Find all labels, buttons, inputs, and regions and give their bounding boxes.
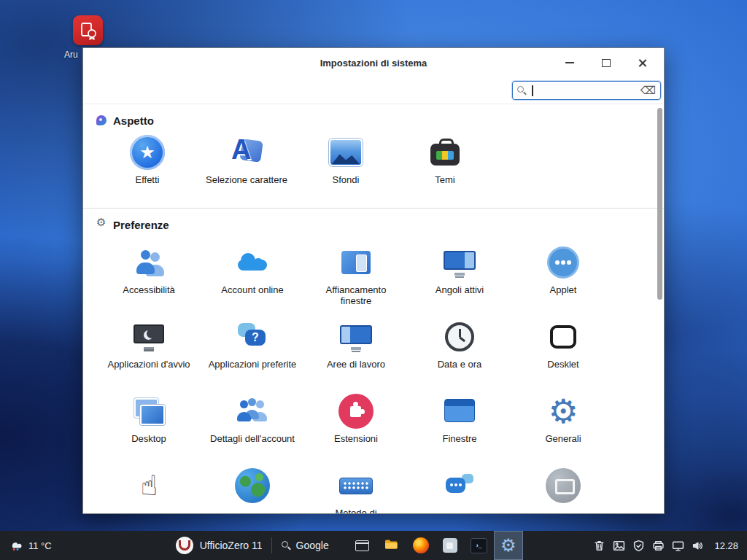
- minimize-button[interactable]: [559, 53, 581, 72]
- ufficiozero-logo-icon: [176, 537, 193, 554]
- tile-label: Estensioni: [309, 433, 403, 444]
- preferences-section-icon: [96, 219, 107, 230]
- tile-applicazioni-avvio[interactable]: Applicazioni d'avvio: [97, 319, 201, 394]
- weather-temp: 11 °C: [28, 540, 52, 551]
- tile-notifiche[interactable]: [408, 468, 511, 513]
- tile-salvaschermo[interactable]: [511, 468, 615, 513]
- applets-icon: [546, 245, 581, 280]
- clear-search-button[interactable]: [640, 84, 656, 97]
- trash-icon[interactable]: [593, 540, 605, 552]
- section-title: Preferenze: [113, 219, 169, 231]
- tile-data-e-ora[interactable]: Data e ora: [408, 319, 511, 394]
- tile-label: Desktop: [102, 433, 196, 444]
- tile-lingue[interactable]: [201, 468, 304, 513]
- date-time-icon: [442, 319, 477, 354]
- workspaces-icon: [338, 319, 374, 354]
- taskbar-clock[interactable]: 12.28: [714, 540, 738, 551]
- tile-temi[interactable]: Temi: [395, 135, 495, 189]
- tile-label: Aree di lavoro: [309, 359, 403, 370]
- keyboard-icon: [338, 468, 374, 503]
- aspetto-grid: Effetti Selezione carattere Sfondi Temi: [98, 135, 664, 189]
- tile-aree-di-lavoro[interactable]: Aree di lavoro: [304, 319, 408, 394]
- tile-generali[interactable]: Generali: [511, 394, 615, 468]
- tile-desklet[interactable]: Desklet: [511, 319, 615, 394]
- globe-icon: [235, 468, 270, 503]
- tile-desktop[interactable]: Desktop: [97, 394, 201, 468]
- folder-icon: [384, 539, 398, 552]
- firefox-button[interactable]: [406, 531, 436, 560]
- system-settings-window: Impostazioni di sistema Aspetto: [82, 47, 665, 514]
- online-accounts-icon: [235, 245, 270, 280]
- workspace-switcher-button[interactable]: [348, 531, 377, 560]
- tile-effetti[interactable]: Effetti: [98, 135, 197, 189]
- file-manager-button[interactable]: [377, 531, 406, 560]
- terminal-button[interactable]: [465, 531, 494, 560]
- tile-label: Temi: [398, 174, 492, 185]
- images-icon[interactable]: [613, 540, 625, 552]
- startup-applications-icon: [131, 319, 166, 354]
- preferenze-grid: Accessibilità Account online Affiancamen…: [97, 245, 664, 513]
- gear-icon: ⚙: [500, 537, 516, 554]
- desklets-icon: [546, 319, 581, 354]
- tile-label: Selezione carattere: [200, 174, 293, 185]
- close-button[interactable]: [632, 53, 654, 72]
- tile-label: Affiancamento finestre: [309, 284, 403, 307]
- printer-icon[interactable]: [652, 540, 665, 552]
- chat-bubbles-icon: [442, 468, 477, 503]
- screensaver-icon: [546, 468, 581, 503]
- desktop-shortcut-aruba[interactable]: Aru: [73, 15, 103, 45]
- tile-label: Finestre: [413, 433, 506, 444]
- search-toolbar: [83, 77, 664, 104]
- tile-accessibilita[interactable]: Accessibilità: [97, 245, 201, 319]
- google-search-launcher[interactable]: Google: [281, 540, 329, 551]
- tile-metodo-di-inserimento[interactable]: Metodo di: [304, 468, 408, 513]
- software-button[interactable]: [436, 531, 465, 560]
- tile-sfondi[interactable]: Sfondi: [296, 135, 395, 189]
- backgrounds-icon: [328, 135, 363, 170]
- appearance-section-icon: [96, 115, 107, 125]
- tile-affiancamento-finestre[interactable]: Affiancamento finestre: [304, 245, 408, 319]
- shortcut-label: Aru: [64, 50, 78, 60]
- display-icon[interactable]: [672, 540, 684, 552]
- tile-selezione-carattere[interactable]: Selezione carattere: [197, 135, 296, 189]
- titlebar[interactable]: Impostazioni di sistema: [83, 48, 664, 77]
- general-settings-icon: [546, 394, 581, 429]
- tile-mouse-touchpad[interactable]: [97, 468, 201, 513]
- tile-account-online[interactable]: Account online: [201, 245, 304, 319]
- section-separator: [83, 208, 664, 209]
- weather-applet[interactable]: 11 °C: [0, 538, 52, 553]
- window-body: Aspetto Effetti Selezione carattere Sfon…: [83, 77, 664, 513]
- text-caret: [532, 85, 533, 96]
- close-icon: [638, 58, 647, 67]
- extensions-icon: [338, 394, 374, 429]
- effects-icon: [130, 135, 165, 170]
- system-tray: 12.28: [593, 540, 747, 552]
- tile-label: Applet: [516, 284, 610, 295]
- scrollbar-thumb[interactable]: [657, 108, 662, 300]
- desktop-wallpaper: Aru Impostazioni di sistema: [0, 0, 747, 560]
- window-title: Impostazioni di sistema: [320, 58, 427, 69]
- menu-launcher[interactable]: UfficioZero 11: [176, 537, 263, 554]
- tile-finestre[interactable]: Finestre: [408, 394, 511, 468]
- shield-icon[interactable]: [632, 540, 645, 552]
- tile-applicazioni-preferite[interactable]: Applicazioni preferite: [201, 319, 304, 394]
- font-selection-icon: [229, 135, 264, 170]
- account-details-icon: [235, 394, 270, 429]
- preferred-applications-icon: [235, 319, 270, 354]
- volume-icon[interactable]: [692, 540, 704, 552]
- tile-dettagli-account[interactable]: Dettagli dell'account: [201, 394, 304, 468]
- tile-label: Applicazioni preferite: [206, 359, 299, 370]
- system-settings-button[interactable]: ⚙: [494, 531, 523, 560]
- tile-applet[interactable]: Applet: [511, 245, 615, 319]
- windows-icon: [442, 394, 477, 429]
- maximize-button[interactable]: [595, 53, 617, 72]
- tile-label: Applicazioni d'avvio: [102, 359, 196, 370]
- themes-icon: [427, 135, 462, 170]
- tile-label: Dettagli dell'account: [206, 433, 299, 444]
- search-input[interactable]: [512, 81, 661, 100]
- accessibility-icon: [131, 245, 166, 280]
- tile-angoli-attivi[interactable]: Angoli attivi: [408, 245, 511, 319]
- aruba-sign-icon: [73, 15, 103, 45]
- tile-estensioni[interactable]: Estensioni: [304, 394, 408, 468]
- terminal-icon: [471, 538, 487, 553]
